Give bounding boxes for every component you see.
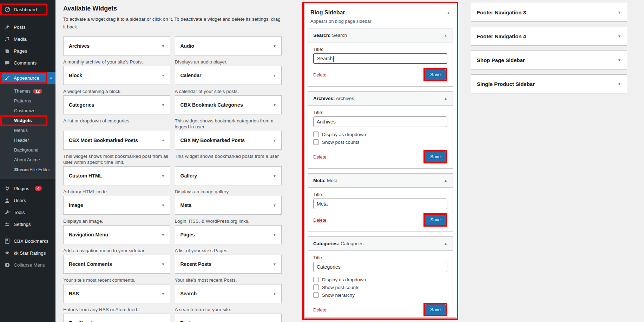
available-widget-card[interactable]: Navigation Menu (63, 225, 170, 244)
collapse-widget-icon[interactable] (444, 33, 447, 37)
chevron-down-icon[interactable] (618, 58, 621, 62)
chevron-down-icon[interactable] (162, 103, 170, 107)
sidebar-panel-shop-page-sidebar[interactable]: Shop Page Sidebar (471, 51, 627, 69)
submenu-item-theme-file-editor[interactable]: Theme File Editor (0, 165, 55, 175)
collapse-widget-icon[interactable] (444, 179, 447, 182)
save-button[interactable]: Save (425, 152, 446, 162)
sidebar-item-appearance[interactable]: Appearance ◄ (0, 72, 55, 84)
save-button[interactable]: Save (425, 69, 446, 80)
sidebar-item-collapse-menu[interactable]: Collapse Menu (0, 259, 55, 271)
submenu-item-header[interactable]: Header (0, 135, 55, 145)
chevron-down-icon[interactable] (162, 292, 170, 296)
checkbox[interactable] (313, 292, 319, 298)
widget-title-input[interactable] (313, 199, 447, 209)
chevron-down-icon[interactable] (273, 44, 281, 48)
available-widget-card[interactable]: CBX Bookmark Categories (175, 95, 282, 114)
chevron-down-icon[interactable] (273, 262, 281, 266)
sidebar-item-label: CBX Bookmarks (14, 239, 48, 244)
available-widget-card[interactable]: Gallery (175, 166, 282, 185)
collapse-widget-icon[interactable] (444, 96, 447, 100)
collapse-widget-icon[interactable] (444, 242, 447, 246)
checkbox[interactable] (313, 277, 319, 282)
available-widget-card[interactable]: Archives (63, 36, 170, 55)
chevron-down-icon[interactable] (273, 174, 281, 178)
widget-title-input[interactable] (313, 116, 447, 127)
save-button[interactable]: Save (425, 215, 446, 225)
sidebar-item-plugins[interactable]: Plugins 4 (0, 182, 55, 194)
chevron-down-icon[interactable] (273, 292, 281, 296)
sidebar-item-media[interactable]: Media (0, 33, 55, 45)
sidebar-item-cbx-bookmarks[interactable]: CBX Bookmarks (0, 235, 55, 247)
available-widget-card[interactable]: Recent Comments (63, 255, 170, 274)
available-widget: CBX My Bookmarked Posts This widget show… (175, 131, 282, 166)
other-sidebars-column: Footer Navigation 3 Footer Navigation 4 … (471, 3, 627, 98)
available-widget-card[interactable]: Meta (175, 196, 282, 215)
widget-header[interactable]: Archives: Archives (308, 92, 453, 106)
available-widget-card[interactable]: Categories (63, 95, 170, 114)
chevron-down-icon[interactable] (273, 203, 281, 207)
widget-header[interactable]: Meta: Meta (308, 174, 453, 188)
chevron-down-icon[interactable] (273, 103, 281, 107)
available-widget-card[interactable]: Recent Posts (175, 255, 282, 274)
submenu-item-about-anime-stream[interactable]: About Anime Stream (0, 155, 55, 165)
available-widget-card[interactable]: Image (63, 196, 170, 215)
available-widget-card[interactable]: RSS (63, 284, 170, 303)
sidebar-panel-single-product-sidebar[interactable]: Single Product Sidebar (471, 74, 627, 93)
chevron-down-icon[interactable] (162, 44, 170, 48)
sidebar-item-users[interactable]: Users (0, 194, 55, 206)
widget-title-input[interactable]: Search (313, 53, 447, 64)
available-widget-card[interactable]: Custom HTML (63, 166, 170, 185)
sidebar-item-dashboard[interactable]: Dashboard (0, 4, 55, 15)
submenu-item-customize[interactable]: Customize (0, 106, 55, 116)
chevron-down-icon[interactable] (162, 139, 170, 142)
delete-link[interactable]: Delete (313, 307, 327, 313)
delete-link[interactable]: Delete (313, 217, 327, 223)
chevron-down-icon[interactable] (273, 74, 281, 78)
widget-description: Displays an audio player. (175, 59, 282, 65)
sidebar-panel-footer-navigation-4[interactable]: Footer Navigation 4 (471, 27, 627, 46)
widget-header[interactable]: Search: Search (308, 28, 453, 42)
chevron-down-icon[interactable] (162, 203, 170, 207)
available-widget-card[interactable]: Text (175, 314, 282, 322)
chevron-down-icon[interactable] (273, 233, 281, 237)
collapse-panel-icon[interactable] (447, 11, 450, 15)
available-widget-card[interactable]: Pages (175, 225, 282, 244)
submenu-item-background[interactable]: Background (0, 145, 55, 155)
chevron-down-icon[interactable] (162, 262, 170, 266)
sidebar-panel-footer-navigation-3[interactable]: Footer Navigation 3 (471, 3, 627, 22)
available-widget-card[interactable]: CBX Most Bookmarked Posts (63, 131, 170, 150)
chevron-down-icon[interactable] (273, 139, 281, 142)
checkbox[interactable] (313, 132, 319, 137)
submenu-item-patterns[interactable]: Patterns (0, 96, 55, 106)
chevron-down-icon[interactable] (162, 174, 170, 178)
sidebar-item-kk-star-ratings[interactable]: ★ kk Star Ratings (0, 247, 55, 259)
delete-link[interactable]: Delete (313, 154, 327, 160)
widget-header[interactable]: Categories: Categories (308, 237, 453, 251)
chevron-down-icon[interactable] (618, 82, 621, 86)
sidebar-item-settings[interactable]: Settings (0, 218, 55, 230)
sidebar-item-comments[interactable]: Comments (0, 57, 55, 69)
available-widget-card[interactable]: Calendar (175, 66, 282, 85)
widget-name: CBX My Bookmarked Posts (175, 137, 245, 143)
chevron-down-icon[interactable] (618, 34, 621, 38)
checkbox[interactable] (313, 139, 319, 145)
available-widget-card[interactable]: CBX My Bookmarked Posts (175, 131, 282, 150)
checkbox[interactable] (313, 284, 319, 290)
sidebar-item-tools[interactable]: Tools (0, 206, 55, 218)
available-widget-card[interactable]: Tag Cloud (63, 314, 170, 322)
submenu-item-widgets[interactable]: Widgets (0, 116, 55, 126)
chevron-down-icon[interactable] (162, 74, 170, 78)
widget-title-input[interactable] (313, 262, 447, 272)
available-widget-card[interactable]: Audio (175, 36, 282, 55)
chevron-down-icon[interactable] (618, 11, 621, 14)
available-widget-card[interactable]: Block (63, 66, 170, 85)
save-button[interactable]: Save (425, 304, 446, 315)
chevron-down-icon[interactable] (162, 233, 170, 237)
sidebar-item-posts[interactable]: Posts (0, 21, 55, 33)
delete-link[interactable]: Delete (313, 72, 327, 78)
submenu-item-menus[interactable]: Menus (0, 126, 55, 135)
available-widget-card[interactable]: Search (175, 284, 282, 303)
sidebar-item-label: kk Star Ratings (14, 250, 46, 256)
submenu-item-themes[interactable]: Themes12 (0, 86, 55, 96)
sidebar-item-pages[interactable]: Pages (0, 45, 55, 57)
